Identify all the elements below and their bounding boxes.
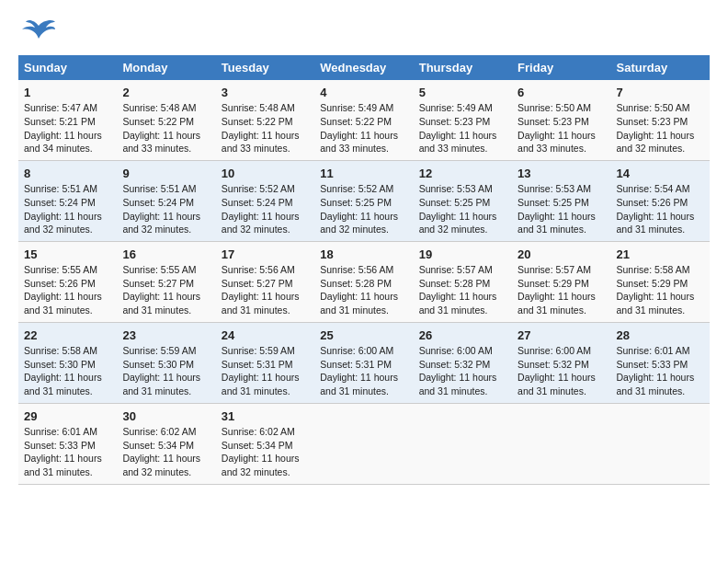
- calendar-cell: 17Sunrise: 5:56 AMSunset: 5:27 PMDayligh…: [216, 241, 314, 322]
- calendar-week-row: 15Sunrise: 5:55 AMSunset: 5:26 PMDayligh…: [18, 241, 710, 322]
- day-number: 20: [518, 247, 605, 263]
- daylight-label: Daylight: 11 hours and 31 minutes.: [617, 211, 695, 236]
- day-number: 27: [518, 327, 605, 344]
- daylight-label: Daylight: 11 hours and 31 minutes.: [24, 453, 102, 477]
- calendar-cell: 6Sunrise: 5:50 AMSunset: 5:23 PMDaylight…: [512, 80, 610, 160]
- sunset-text: Sunset: 5:30 PM: [122, 359, 194, 370]
- sunset-text: Sunset: 5:31 PM: [320, 359, 392, 370]
- sunset-text: Sunset: 5:31 PM: [222, 359, 293, 370]
- sunset-text: Sunset: 5:27 PM: [122, 278, 194, 289]
- sunset-text: Sunset: 5:32 PM: [518, 359, 589, 370]
- sunrise-text: Sunrise: 5:48 AM: [222, 102, 295, 113]
- sunset-text: Sunset: 5:34 PM: [122, 440, 194, 451]
- sunrise-text: Sunrise: 5:55 AM: [122, 264, 196, 275]
- daylight-label: Daylight: 11 hours and 31 minutes.: [222, 291, 300, 316]
- daylight-label: Daylight: 11 hours and 31 minutes.: [24, 372, 102, 396]
- calendar-cell: 12Sunrise: 5:53 AMSunset: 5:25 PMDayligh…: [414, 160, 512, 241]
- sunrise-text: Sunrise: 6:01 AM: [617, 345, 690, 356]
- sunrise-text: Sunrise: 5:58 AM: [617, 264, 690, 275]
- daylight-label: Daylight: 11 hours and 31 minutes.: [122, 291, 200, 316]
- day-number: 14: [617, 166, 704, 182]
- sunrise-text: Sunrise: 5:52 AM: [320, 183, 393, 194]
- calendar-table: SundayMondayTuesdayWednesdayThursdayFrid…: [18, 55, 710, 485]
- day-number: 22: [24, 327, 111, 344]
- daylight-label: Daylight: 11 hours and 31 minutes.: [419, 372, 497, 396]
- sunset-text: Sunset: 5:26 PM: [24, 278, 96, 289]
- daylight-label: Daylight: 11 hours and 31 minutes.: [419, 291, 497, 316]
- sunrise-text: Sunrise: 5:48 AM: [122, 102, 196, 113]
- day-number: 7: [617, 85, 704, 101]
- sunset-text: Sunset: 5:25 PM: [320, 197, 392, 208]
- calendar-day-header-friday: Friday: [512, 55, 610, 80]
- daylight-label: Daylight: 11 hours and 33 minutes.: [419, 130, 497, 155]
- day-number: 2: [122, 85, 210, 101]
- calendar-cell: [611, 403, 710, 484]
- calendar-cell: 15Sunrise: 5:55 AMSunset: 5:26 PMDayligh…: [18, 241, 117, 322]
- calendar-week-row: 8Sunrise: 5:51 AMSunset: 5:24 PMDaylight…: [18, 160, 710, 241]
- day-number: 15: [24, 247, 111, 263]
- daylight-label: Daylight: 11 hours and 34 minutes.: [24, 130, 102, 155]
- sunset-text: Sunset: 5:22 PM: [320, 116, 392, 127]
- calendar-cell: 2Sunrise: 5:48 AMSunset: 5:22 PMDaylight…: [117, 80, 215, 160]
- day-number: 19: [419, 247, 506, 263]
- daylight-label: Daylight: 11 hours and 33 minutes.: [320, 130, 398, 155]
- calendar-cell: [314, 403, 413, 484]
- sunrise-text: Sunrise: 5:47 AM: [24, 102, 97, 113]
- day-number: 9: [122, 166, 210, 182]
- daylight-label: Daylight: 11 hours and 32 minutes.: [222, 453, 300, 477]
- daylight-label: Daylight: 11 hours and 32 minutes.: [222, 211, 300, 236]
- daylight-label: Daylight: 11 hours and 33 minutes.: [222, 130, 300, 155]
- sunset-text: Sunset: 5:27 PM: [222, 278, 293, 289]
- sunrise-text: Sunrise: 6:00 AM: [419, 345, 493, 356]
- sunrise-text: Sunrise: 5:53 AM: [419, 183, 493, 194]
- calendar-day-header-thursday: Thursday: [414, 55, 512, 80]
- calendar-cell: 11Sunrise: 5:52 AMSunset: 5:25 PMDayligh…: [314, 160, 413, 241]
- daylight-label: Daylight: 11 hours and 31 minutes.: [222, 372, 300, 396]
- calendar-cell: 9Sunrise: 5:51 AMSunset: 5:24 PMDaylight…: [117, 160, 215, 241]
- day-number: 25: [320, 327, 407, 344]
- day-number: 10: [222, 166, 309, 182]
- sunrise-text: Sunrise: 5:58 AM: [24, 345, 97, 356]
- calendar-cell: 27Sunrise: 6:00 AMSunset: 5:32 PMDayligh…: [512, 322, 610, 403]
- sunset-text: Sunset: 5:33 PM: [24, 440, 96, 451]
- sunset-text: Sunset: 5:34 PM: [222, 440, 293, 451]
- day-number: 1: [24, 85, 111, 101]
- calendar-day-header-monday: Monday: [117, 55, 215, 80]
- sunrise-text: Sunrise: 6:02 AM: [122, 426, 196, 437]
- day-number: 21: [617, 247, 704, 263]
- sunset-text: Sunset: 5:28 PM: [320, 278, 392, 289]
- calendar-cell: 5Sunrise: 5:49 AMSunset: 5:23 PMDaylight…: [414, 80, 512, 160]
- day-number: 28: [617, 327, 704, 344]
- calendar-cell: 7Sunrise: 5:50 AMSunset: 5:23 PMDaylight…: [611, 80, 710, 160]
- calendar-cell: 31Sunrise: 6:02 AMSunset: 5:34 PMDayligh…: [216, 403, 314, 484]
- sunrise-text: Sunrise: 5:53 AM: [518, 183, 591, 194]
- logo: [18, 18, 55, 46]
- calendar-cell: [512, 403, 610, 484]
- day-number: 29: [24, 408, 111, 425]
- sunrise-text: Sunrise: 5:52 AM: [222, 183, 295, 194]
- daylight-label: Daylight: 11 hours and 32 minutes.: [122, 453, 200, 477]
- sunset-text: Sunset: 5:22 PM: [222, 116, 293, 127]
- sunset-text: Sunset: 5:29 PM: [617, 278, 688, 289]
- calendar-cell: 4Sunrise: 5:49 AMSunset: 5:22 PMDaylight…: [314, 80, 413, 160]
- daylight-label: Daylight: 11 hours and 31 minutes.: [617, 291, 695, 316]
- calendar-cell: 18Sunrise: 5:56 AMSunset: 5:28 PMDayligh…: [314, 241, 413, 322]
- calendar-cell: 10Sunrise: 5:52 AMSunset: 5:24 PMDayligh…: [216, 160, 314, 241]
- page-header: [18, 18, 710, 46]
- daylight-label: Daylight: 11 hours and 32 minutes.: [320, 211, 398, 236]
- calendar-cell: 19Sunrise: 5:57 AMSunset: 5:28 PMDayligh…: [414, 241, 512, 322]
- sunset-text: Sunset: 5:24 PM: [24, 197, 96, 208]
- day-number: 24: [222, 327, 309, 344]
- sunrise-text: Sunrise: 6:02 AM: [222, 426, 295, 437]
- day-number: 5: [419, 85, 506, 101]
- calendar-cell: 30Sunrise: 6:02 AMSunset: 5:34 PMDayligh…: [117, 403, 215, 484]
- calendar-cell: 25Sunrise: 6:00 AMSunset: 5:31 PMDayligh…: [314, 322, 413, 403]
- daylight-label: Daylight: 11 hours and 31 minutes.: [24, 291, 102, 316]
- sunrise-text: Sunrise: 6:00 AM: [320, 345, 393, 356]
- daylight-label: Daylight: 11 hours and 33 minutes.: [518, 130, 596, 155]
- day-number: 30: [122, 408, 210, 425]
- sunrise-text: Sunrise: 5:59 AM: [222, 345, 295, 356]
- day-number: 3: [222, 85, 309, 101]
- sunset-text: Sunset: 5:24 PM: [122, 197, 194, 208]
- sunrise-text: Sunrise: 5:57 AM: [518, 264, 591, 275]
